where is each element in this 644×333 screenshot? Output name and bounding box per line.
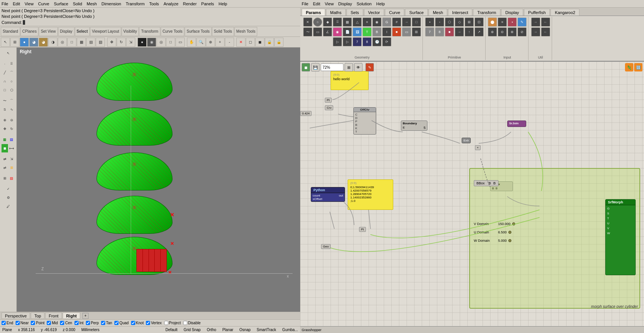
gh-tab-curve[interactable]: Curve [385, 9, 404, 16]
lt-arrow-icon[interactable]: ↖ [2, 49, 15, 57]
hello-world-note[interactable]: (9:0) hello world [331, 71, 369, 90]
menu-edit[interactable]: Edit [13, 2, 20, 6]
rbn-pass2-btn[interactable]: ▷ [343, 37, 352, 46]
rbn-sphere-btn[interactable]: ◉ [372, 17, 381, 27]
tb-show-icon[interactable]: ◼ [255, 38, 264, 47]
menu-tools[interactable]: Tools [149, 2, 159, 6]
gh-menu-solution[interactable]: Solution [356, 2, 372, 6]
tb-flat-icon[interactable]: □ [67, 38, 76, 47]
gh-menu-file[interactable]: File [302, 2, 309, 6]
gh-menu-display[interactable]: Display [338, 2, 352, 6]
tb-select[interactable]: Select [75, 27, 90, 36]
rbn-srf2-btn[interactable]: ▭ [402, 27, 411, 36]
gh-tab-display[interactable]: Display [501, 9, 523, 16]
rbn-img-btn[interactable]: 🖼 [353, 27, 362, 36]
rbn-intg-btn[interactable]: I [382, 27, 391, 36]
tb-viewportlayout[interactable]: Viewport Layout [90, 27, 121, 36]
rbn-diamond-btn[interactable]: ◆ [323, 17, 332, 27]
lt-surface-icon[interactable]: ▤ [8, 135, 15, 144]
rbn-circle-btn[interactable]: ○ [313, 17, 322, 27]
w-domain-control[interactable]: W Domain 5.000 [474, 239, 531, 243]
snap-vertex-checkbox[interactable] [146, 321, 150, 325]
rbn-mesh-btn[interactable]: ▦ [343, 17, 352, 27]
gh-tab-mesh[interactable]: Mesh [429, 9, 447, 16]
rbn-clr2-btn[interactable]: ■ [392, 27, 401, 36]
tab-top[interactable]: Top [31, 312, 44, 319]
tb-pan-icon[interactable]: ✋ [187, 38, 196, 47]
rbn-prim2-btn[interactable]: ▫ [435, 17, 444, 27]
menu-surface[interactable]: Surface [54, 2, 68, 6]
lt-polygon-icon[interactable]: ⬡ [8, 86, 15, 94]
lt-ptcloud-icon[interactable]: ⠿ [8, 60, 15, 68]
gh-tab-intersect[interactable]: Intersect [448, 9, 472, 16]
rbn-crv-btn[interactable]: 〜 [303, 27, 312, 36]
menu-curve[interactable]: Curve [38, 2, 49, 6]
tb-curvetools[interactable]: Curve Tools [161, 27, 185, 36]
tb-obj3-icon[interactable]: ▧ [96, 38, 105, 47]
lt-zoomin-icon[interactable]: ⊕ [2, 116, 8, 124]
tb-zoomin-icon[interactable]: + [215, 38, 225, 47]
menu-analyze[interactable]: Analyze [163, 2, 178, 6]
menu-solid[interactable]: Solid [73, 2, 82, 6]
python-node[interactable]: Python count sOffset out [311, 187, 345, 202]
tab-right[interactable]: Right [63, 312, 80, 319]
lt-dim-icon[interactable]: ⟷ [8, 144, 15, 152]
tab-front[interactable]: Front [45, 312, 62, 319]
snap-disable-checkbox[interactable] [183, 321, 187, 325]
menu-view[interactable]: View [25, 2, 34, 6]
tb-pts-icon[interactable]: ● [138, 38, 147, 47]
v-domain-control[interactable]: V Domain 150.000 [474, 222, 531, 226]
snap-near-checkbox[interactable] [16, 321, 20, 325]
tb-ghosted-icon[interactable]: ◑ [48, 38, 57, 47]
rbn-inp6-btn[interactable]: ⊖ [498, 27, 507, 36]
lt-move-icon[interactable]: ⇄ [2, 155, 8, 163]
tb-obj2-icon[interactable]: ▤ [86, 38, 95, 47]
lt-array-icon[interactable]: ⊞ [8, 163, 15, 172]
snap-project-checkbox[interactable] [164, 321, 168, 325]
rbn-prim10-btn[interactable]: → [455, 27, 464, 36]
tb-sphere-icon[interactable]: ● [20, 38, 29, 47]
snap-knot-checkbox[interactable] [131, 321, 135, 325]
tb-visibility[interactable]: Visibility [122, 27, 139, 36]
rbn-prim5-btn[interactable]: ⊞ [465, 17, 474, 27]
gh-tab-kangaroo[interactable]: Kangaroo2 [551, 9, 579, 16]
snap-end-checkbox[interactable] [2, 321, 6, 325]
lt-curve-icon[interactable]: 〜 [2, 97, 8, 105]
boundary-node[interactable]: Boundary E 5 [401, 121, 427, 131]
menu-panels[interactable]: Panels [201, 2, 214, 6]
lt-spline-icon[interactable]: ⌒ [8, 97, 15, 105]
rbn-inp5-btn[interactable]: ⊕ [488, 27, 497, 36]
cv-save-btn[interactable]: 💾 [311, 63, 320, 71]
pt-node-1[interactable]: Pt [325, 98, 332, 103]
offctv-node[interactable]: OffCtv C D P B K T [353, 107, 376, 135]
rbn-inp1-btn[interactable]: ⬤ [488, 17, 497, 27]
u-domain-control[interactable]: U Domain 6.500 [474, 230, 531, 234]
snap-int-checkbox[interactable] [74, 321, 79, 325]
lt-pt-icon[interactable]: · [2, 60, 8, 68]
menu-transform[interactable]: Transform [126, 2, 145, 6]
rbn-prim12-btn[interactable]: ↗ [475, 27, 484, 36]
tb-zoomext-icon[interactable]: ⊕ [206, 38, 215, 47]
ext-plus-node[interactable]: + [475, 145, 481, 150]
rbn-srf-btn[interactable]: ▭ [313, 27, 322, 36]
lt-settings-icon[interactable]: ⚙ [2, 193, 15, 202]
gh-tab-maths[interactable]: Maths [326, 9, 346, 16]
tb-standard[interactable]: Standard [1, 27, 20, 36]
cv-pin-btn[interactable]: ✎ [366, 63, 374, 71]
gh-tab-sets[interactable]: Sets [347, 9, 363, 16]
tb-unlock-icon[interactable]: 🔓 [274, 38, 283, 47]
lt-mesh-icon[interactable]: ▦ [2, 135, 8, 144]
srjoin-node[interactable]: SrJoin [507, 121, 526, 127]
tb-hide-icon[interactable]: ◻ [246, 38, 255, 47]
tb-box-icon[interactable]: □ [166, 38, 175, 47]
lt-line-icon[interactable]: ╱ [2, 68, 8, 77]
rbn-time-btn[interactable]: 🕐 [372, 37, 381, 46]
rbn-prim4-btn[interactable]: ◇ [455, 17, 464, 27]
rbn-x-btn[interactable]: ✕ [303, 17, 312, 27]
tb-setview[interactable]: Set View [39, 27, 57, 36]
gh-tab-params[interactable]: Params [302, 9, 325, 16]
tb-obj1-icon[interactable]: ▦ [77, 38, 86, 47]
tb-cplanes[interactable]: CPlanes [21, 27, 39, 36]
rbn-num3-btn[interactable]: 8 [362, 37, 372, 46]
rbn-struct-btn[interactable]: ⊞ [412, 27, 421, 36]
